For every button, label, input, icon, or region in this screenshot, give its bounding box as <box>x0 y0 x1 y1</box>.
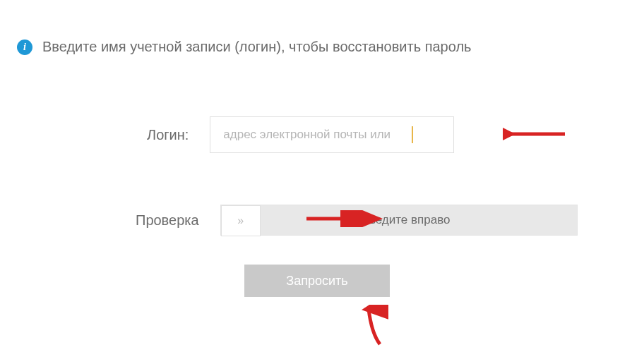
instruction-row: i Введите имя учетной записи (логин), чт… <box>17 39 472 55</box>
login-input-wrap <box>210 116 454 153</box>
arrow-annotation-login <box>503 126 566 142</box>
instruction-text: Введите имя учетной записи (логин), чтоб… <box>42 39 472 55</box>
captcha-row: Проверка Проведите вправо » <box>136 205 578 236</box>
text-caret <box>412 126 413 143</box>
info-icon: i <box>17 40 32 55</box>
arrow-annotation-submit <box>353 305 388 347</box>
slide-captcha-text: Проведите вправо <box>347 213 451 227</box>
slide-captcha-handle[interactable]: » <box>221 205 261 236</box>
login-label: Логин: <box>147 127 189 143</box>
login-row: Логин: <box>147 116 454 153</box>
login-input[interactable] <box>210 116 454 153</box>
slide-captcha-track[interactable]: Проведите вправо » <box>220 205 578 236</box>
captcha-label: Проверка <box>136 212 199 229</box>
submit-button[interactable]: Запросить <box>244 265 390 297</box>
chevron-right-double-icon: » <box>237 214 244 227</box>
